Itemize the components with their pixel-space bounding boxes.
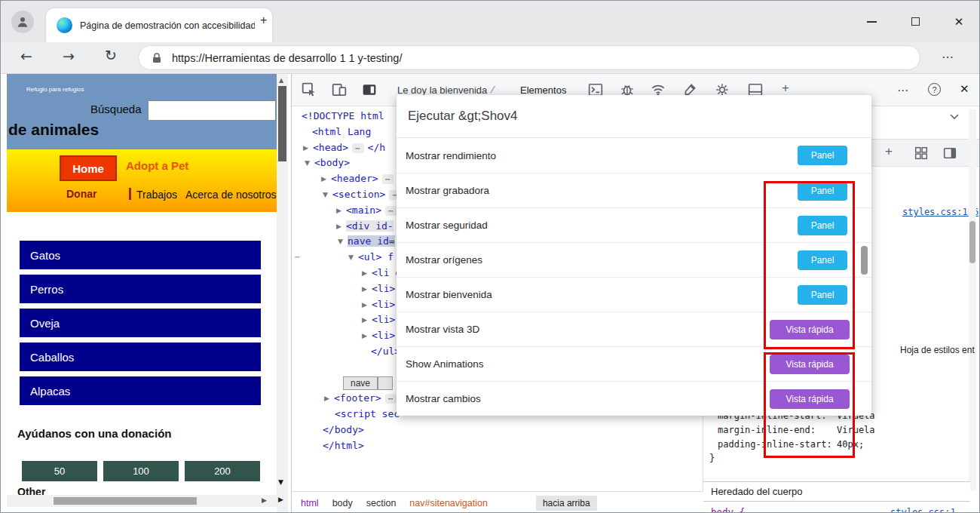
- nav-divider: [129, 188, 131, 200]
- inline-dots-icon[interactable]: ⋯: [382, 174, 394, 184]
- tab-elements[interactable]: Elementos: [520, 84, 566, 96]
- palette-scroll-thumb[interactable]: [861, 246, 868, 275]
- breadcrumb-item[interactable]: html: [301, 498, 319, 508]
- dom-tree-line[interactable]: </html>: [292, 438, 703, 454]
- command-item[interactable]: Mostrar cambios Vista rápida: [397, 381, 871, 416]
- scroll-up-icon[interactable]: ▲: [279, 77, 283, 84]
- category-button[interactable]: Gatos: [20, 241, 261, 269]
- command-badge: Vista rápida: [770, 320, 850, 339]
- hscroll-thumb[interactable]: [54, 497, 197, 505]
- inline-dots-icon[interactable]: ⋯: [385, 206, 397, 216]
- dock-right-icon[interactable]: [943, 146, 957, 160]
- command-item[interactable]: Mostrar rendimiento Panel: [397, 138, 871, 173]
- device-toolbar-icon[interactable]: [332, 82, 347, 97]
- vertical-scrollbar[interactable]: ▲ ▼ ▶: [277, 74, 288, 513]
- scroll-down-icon[interactable]: ▼: [278, 478, 283, 486]
- command-badge: Panel: [798, 181, 847, 201]
- expand-arrow-icon[interactable]: ▼: [338, 234, 348, 250]
- inline-dots-icon[interactable]: ⋯: [352, 143, 364, 153]
- tab-title: Página de demostración con accesibilidad…: [80, 20, 255, 31]
- new-tab-button[interactable]: +: [260, 14, 267, 27]
- about-link[interactable]: Acerca de nosotros: [185, 189, 277, 201]
- command-item[interactable]: Show Animations Vista rápida: [397, 346, 871, 381]
- category-button[interactable]: Caballos: [20, 343, 261, 371]
- chevron-down-icon[interactable]: [948, 111, 960, 123]
- address-bar[interactable]: https://Herramientas de desarrollo 1 1 y…: [138, 45, 920, 70]
- donation-button[interactable]: 200: [185, 461, 260, 481]
- styles-scrollbar[interactable]: [969, 109, 976, 491]
- expand-arrow-icon[interactable]: ▶: [303, 140, 313, 156]
- donate-link[interactable]: Donar: [66, 188, 96, 200]
- devtools-close-icon[interactable]: ✕: [960, 82, 969, 96]
- dock-side-icon[interactable]: [362, 82, 377, 97]
- command-item[interactable]: Mostrar grabadora Panel: [397, 173, 871, 207]
- close-window-button[interactable]: ✕: [946, 1, 972, 42]
- css-property-row[interactable]: padding-inline-start:40px;: [708, 438, 875, 452]
- css-property-value: Viruela: [837, 425, 875, 435]
- inspect-element-icon[interactable]: [302, 82, 317, 97]
- scroll-hint-chip[interactable]: hacia arriba: [536, 496, 597, 511]
- donation-button[interactable]: 50: [22, 461, 97, 481]
- back-button[interactable]: ←: [20, 48, 32, 64]
- body-rule-row: body { styles.css:1: [703, 506, 970, 513]
- donation-heading: Ayúdanos con una donación: [17, 427, 171, 440]
- breadcrumb-item[interactable]: nav#sitenavigation: [409, 498, 488, 508]
- vscroll-thumb[interactable]: [278, 86, 286, 161]
- grid-icon[interactable]: [914, 146, 928, 160]
- category-button[interactable]: Perros: [20, 275, 261, 303]
- body-stylesheet-link[interactable]: styles.css:1: [890, 507, 956, 513]
- expand-arrow-icon[interactable]: ▶: [336, 219, 346, 235]
- expand-arrow-icon[interactable]: ▶: [362, 312, 372, 328]
- command-label: Mostrar bienvenida: [406, 289, 492, 300]
- add-tab-icon[interactable]: +: [782, 81, 789, 96]
- lock-icon: [151, 52, 163, 64]
- category-button[interactable]: Oveja: [20, 309, 261, 337]
- styles-scroll-thumb[interactable]: [969, 221, 975, 263]
- expand-arrow-icon[interactable]: ▶: [336, 203, 346, 219]
- expand-arrow-icon[interactable]: ▶: [362, 266, 372, 281]
- command-item[interactable]: Mostrar orígenes Panel: [397, 242, 871, 277]
- category-button[interactable]: Alpacas: [20, 376, 261, 405]
- gutter-dots-icon[interactable]: ⋯: [295, 250, 300, 266]
- refresh-button[interactable]: ↻: [105, 47, 117, 63]
- expand-arrow-icon[interactable]: ▼: [323, 187, 332, 203]
- command-item[interactable]: Mostrar seguridad Panel: [397, 207, 871, 242]
- devtools-menu-icon[interactable]: ⋯: [897, 84, 909, 97]
- command-item[interactable]: Mostrar vista 3D Vista rápida: [397, 312, 871, 346]
- adopt-link[interactable]: Adopt a Pet: [126, 159, 188, 172]
- expand-arrow-icon[interactable]: ▼: [348, 250, 358, 266]
- home-link[interactable]: Home: [60, 155, 117, 181]
- command-badge: Panel: [798, 250, 847, 270]
- breadcrumb-item[interactable]: section: [366, 498, 397, 508]
- maximize-button[interactable]: [902, 1, 928, 42]
- expand-arrow-icon[interactable]: ▼: [305, 155, 314, 171]
- browser-tab[interactable]: Página de demostración con accesibilidad…: [46, 8, 272, 42]
- command-input[interactable]: Ejecutar &gt;Shov4: [397, 95, 871, 138]
- help-icon[interactable]: ?: [928, 83, 941, 96]
- command-item[interactable]: Mostrar bienvenida Panel: [397, 277, 871, 312]
- new-style-rule-icon[interactable]: +: [885, 144, 893, 159]
- horizontal-scrollbar[interactable]: ▶: [7, 495, 277, 507]
- jobs-link[interactable]: Trabajos: [136, 189, 177, 201]
- expand-arrow-icon[interactable]: ▶: [321, 171, 331, 187]
- profile-avatar[interactable]: [11, 11, 34, 33]
- expand-arrow-icon[interactable]: ▶: [324, 391, 334, 407]
- css-property-row[interactable]: margin-inline-end:Viruela: [708, 423, 875, 438]
- forward-button[interactable]: →: [63, 48, 75, 64]
- browser-menu-button[interactable]: ⋯: [942, 50, 954, 64]
- stylesheet-link[interactable]: styles.css:156: [902, 207, 978, 217]
- scroll-right-icon[interactable]: ▶: [262, 496, 267, 504]
- expand-arrow-icon[interactable]: ▶: [362, 328, 372, 344]
- breadcrumb-item[interactable]: body: [332, 498, 353, 508]
- expand-arrow-icon[interactable]: ▶: [362, 297, 372, 313]
- minimize-button[interactable]: [859, 1, 884, 42]
- page-header: Refugio para refugios Búsqueda de animal…: [7, 74, 277, 149]
- command-label: Mostrar vista 3D: [406, 324, 479, 335]
- tab-welcome[interactable]: Le doy la bienvenida: [397, 84, 487, 96]
- donation-button[interactable]: 100: [103, 461, 179, 481]
- expand-arrow-icon[interactable]: ▶: [362, 281, 372, 297]
- search-input[interactable]: [148, 100, 276, 121]
- command-badge: Vista rápida: [770, 389, 850, 409]
- dom-tree-line[interactable]: </body>: [292, 422, 703, 438]
- inline-dots-icon[interactable]: ⋯: [385, 394, 397, 404]
